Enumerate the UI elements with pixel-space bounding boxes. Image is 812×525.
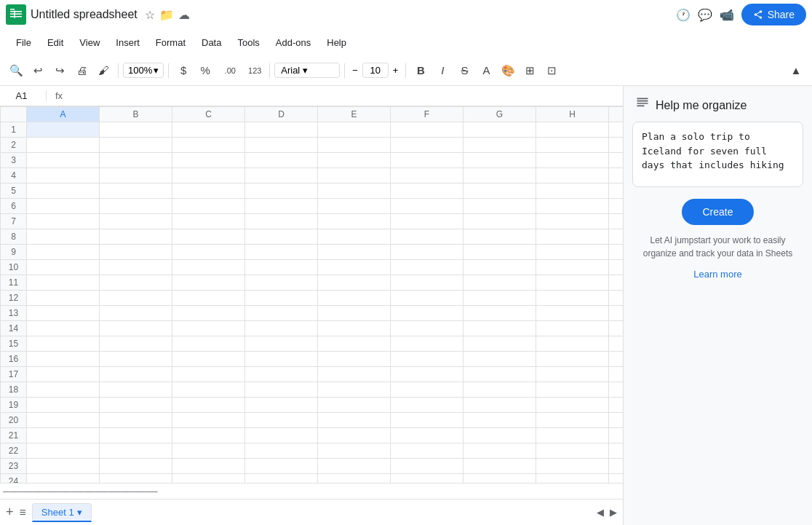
cell-B2[interactable] (100, 138, 172, 153)
sheets-menu-button[interactable]: ≡ (20, 506, 26, 519)
cell-C11[interactable] (172, 275, 245, 291)
cell-C20[interactable] (172, 413, 245, 428)
cell-I3[interactable] (609, 153, 624, 168)
cell-B14[interactable] (100, 321, 172, 336)
cell-B16[interactable] (100, 352, 172, 367)
cell-E21[interactable] (318, 428, 391, 443)
cell-H1[interactable] (536, 122, 609, 138)
cell-H15[interactable] (536, 336, 609, 352)
row-header-13[interactable]: 13 (1, 306, 27, 321)
cell-C18[interactable] (172, 382, 245, 398)
cloud-icon[interactable]: ☁ (178, 8, 190, 22)
cell-E2[interactable] (318, 138, 391, 153)
cell-F17[interactable] (391, 367, 463, 382)
cell-I16[interactable] (609, 352, 624, 367)
bold-button[interactable]: B (410, 60, 431, 81)
cell-A2[interactable] (27, 138, 100, 153)
cell-B8[interactable] (100, 229, 172, 245)
cell-A17[interactable] (27, 367, 100, 382)
cell-D16[interactable] (245, 352, 318, 367)
cell-I5[interactable] (609, 183, 624, 199)
zoom-selector[interactable]: 100% ▾ (123, 63, 164, 78)
fill-color-button[interactable]: 🎨 (498, 60, 518, 81)
cell-G3[interactable] (463, 153, 536, 168)
menu-format[interactable]: Format (148, 34, 193, 51)
row-header-18[interactable]: 18 (1, 382, 27, 398)
cell-H9[interactable] (536, 245, 609, 260)
currency-button[interactable]: $ (173, 60, 194, 81)
cell-A12[interactable] (27, 291, 100, 306)
cell-B7[interactable] (100, 214, 172, 229)
cell-B10[interactable] (100, 260, 172, 275)
cell-E7[interactable] (318, 214, 391, 229)
row-header-10[interactable]: 10 (1, 260, 27, 275)
cell-H5[interactable] (536, 183, 609, 199)
add-sheet-button[interactable]: + (6, 505, 14, 520)
percent-button[interactable]: % (195, 60, 215, 81)
cell-A19[interactable] (27, 398, 100, 413)
cell-I13[interactable] (609, 306, 624, 321)
paint-format-button[interactable]: 🖌 (93, 60, 114, 81)
cell-D11[interactable] (245, 275, 318, 291)
cell-A11[interactable] (27, 275, 100, 291)
cell-F24[interactable] (391, 474, 463, 483)
cell-E13[interactable] (318, 306, 391, 321)
cell-E19[interactable] (318, 398, 391, 413)
cell-I12[interactable] (609, 291, 624, 306)
comment-icon[interactable]: 💬 (698, 8, 712, 22)
cell-B11[interactable] (100, 275, 172, 291)
cell-B1[interactable] (100, 122, 172, 138)
cell-E12[interactable] (318, 291, 391, 306)
row-header-11[interactable]: 11 (1, 275, 27, 291)
cell-D7[interactable] (245, 214, 318, 229)
number-format-button[interactable]: 123 (244, 60, 265, 81)
cell-B5[interactable] (100, 183, 172, 199)
cell-E16[interactable] (318, 352, 391, 367)
cell-H21[interactable] (536, 428, 609, 443)
row-header-12[interactable]: 12 (1, 291, 27, 306)
cell-F4[interactable] (391, 168, 463, 183)
cell-E5[interactable] (318, 183, 391, 199)
decimal-button[interactable]: .00 (217, 60, 243, 81)
cell-D5[interactable] (245, 183, 318, 199)
cell-E22[interactable] (318, 443, 391, 459)
cell-E24[interactable] (318, 474, 391, 483)
cell-I1[interactable] (609, 122, 624, 138)
cell-E23[interactable] (318, 459, 391, 474)
col-header-G[interactable]: G (463, 107, 536, 122)
cell-H7[interactable] (536, 214, 609, 229)
cell-H8[interactable] (536, 229, 609, 245)
menu-file[interactable]: File (9, 34, 39, 51)
cell-F16[interactable] (391, 352, 463, 367)
cell-B6[interactable] (100, 199, 172, 214)
cell-H6[interactable] (536, 199, 609, 214)
cell-A23[interactable] (27, 459, 100, 474)
font-size-decrease[interactable]: − (349, 63, 361, 77)
strikethrough-button[interactable]: S (454, 60, 474, 81)
cell-I15[interactable] (609, 336, 624, 352)
cell-B24[interactable] (100, 474, 172, 483)
cell-C1[interactable] (172, 122, 245, 138)
cell-G11[interactable] (463, 275, 536, 291)
cell-H13[interactable] (536, 306, 609, 321)
cell-H24[interactable] (536, 474, 609, 483)
cell-A15[interactable] (27, 336, 100, 352)
cell-B21[interactable] (100, 428, 172, 443)
cell-C19[interactable] (172, 398, 245, 413)
cell-C2[interactable] (172, 138, 245, 153)
cell-C10[interactable] (172, 260, 245, 275)
sheet-tab-dropdown[interactable]: ▾ (77, 507, 82, 518)
row-header-19[interactable]: 19 (1, 398, 27, 413)
cell-B15[interactable] (100, 336, 172, 352)
nav-left-button[interactable]: ◀ (597, 507, 604, 518)
cell-E10[interactable] (318, 260, 391, 275)
cell-D3[interactable] (245, 153, 318, 168)
history-icon[interactable]: 🕐 (676, 8, 690, 22)
cell-F11[interactable] (391, 275, 463, 291)
star-icon[interactable]: ☆ (145, 8, 155, 22)
cell-H20[interactable] (536, 413, 609, 428)
cell-C22[interactable] (172, 443, 245, 459)
cell-F18[interactable] (391, 382, 463, 398)
cell-C7[interactable] (172, 214, 245, 229)
menu-data[interactable]: Data (194, 34, 228, 51)
